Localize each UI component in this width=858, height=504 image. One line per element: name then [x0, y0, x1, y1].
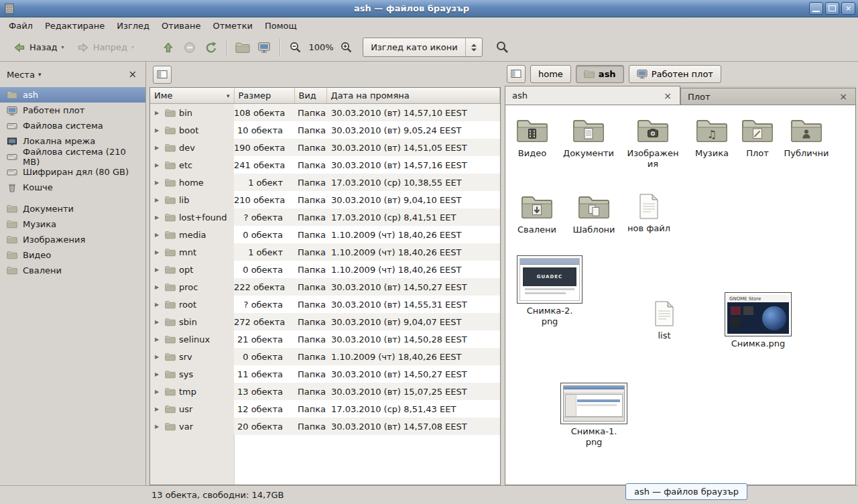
- expander-icon[interactable]: ▶: [155, 354, 162, 360]
- icon-view-item[interactable]: нов файл: [622, 194, 676, 234]
- pathbar-button[interactable]: ash: [576, 65, 624, 83]
- icon-view-item[interactable]: GUADECСнимка-2. png: [517, 255, 583, 326]
- table-row[interactable]: ▶ home1 обектПапка17.03.2010 (ср) 10,38,…: [150, 174, 500, 191]
- expander-icon[interactable]: ▶: [155, 162, 162, 168]
- toolbar-separator: [227, 39, 227, 56]
- icon-view-item[interactable]: Плот: [731, 117, 784, 159]
- table-row[interactable]: ▶ var20 обектаПапка30.03.2010 (вт) 14,57…: [150, 418, 500, 435]
- icon-view-item[interactable]: list: [637, 301, 691, 341]
- places-mode-selector[interactable]: Места ▾: [7, 70, 41, 80]
- menubar-item[interactable]: Отиване: [156, 19, 206, 33]
- expander-icon[interactable]: ▶: [155, 319, 162, 325]
- tab-close-button[interactable]: ×: [838, 91, 849, 102]
- view-mode-select[interactable]: Изглед като икони: [363, 38, 483, 57]
- column-header[interactable]: Име▾: [150, 88, 234, 104]
- icon-view-item[interactable]: Изображен ия: [626, 117, 680, 169]
- pathbar-button[interactable]: home: [530, 65, 571, 83]
- table-row[interactable]: ▶ opt0 обектаПапка1.10.2009 (чт) 18,40,2…: [150, 261, 500, 278]
- icon-view-item[interactable]: Видео: [505, 117, 559, 159]
- sidebar-item[interactable]: Работен плот: [0, 103, 145, 118]
- table-row[interactable]: ▶ root? обектаПапка30.03.2010 (вт) 14,55…: [150, 296, 500, 313]
- icon-view-item[interactable]: Шаблони: [567, 194, 621, 235]
- expander-icon[interactable]: ▶: [155, 336, 162, 342]
- expander-icon[interactable]: ▶: [155, 249, 162, 255]
- table-row[interactable]: ▶ tmp13 обектаПапка30.03.2010 (вт) 15,07…: [150, 383, 500, 400]
- pathbar-root-button[interactable]: [507, 65, 526, 83]
- expander-icon[interactable]: ▶: [155, 197, 162, 203]
- back-history-caret-icon[interactable]: ▾: [62, 44, 64, 50]
- table-row[interactable]: ▶ sbin272 обектаПапка30.03.2010 (вт) 9,0…: [150, 313, 500, 330]
- pathbar-button[interactable]: Работен плот: [629, 65, 721, 83]
- sidebar-item[interactable]: Видео: [0, 247, 145, 263]
- sidebar-item[interactable]: Файлова система: [0, 118, 145, 133]
- expander-icon[interactable]: ▶: [155, 127, 162, 133]
- menubar-item[interactable]: Редактиране: [39, 19, 111, 33]
- table-row[interactable]: ▶ selinux21 обектаПапка30.03.2010 (вт) 1…: [150, 330, 500, 348]
- column-header[interactable]: Дата на промяна: [326, 88, 500, 104]
- menubar-item[interactable]: Помощ: [259, 19, 303, 33]
- sidebar-close-button[interactable]: ×: [126, 68, 139, 80]
- icon-view-item[interactable]: Снимка-1. png: [560, 383, 627, 447]
- close-button[interactable]: ×: [841, 2, 855, 15]
- expander-icon[interactable]: ▶: [155, 110, 162, 116]
- up-button[interactable]: [158, 38, 179, 58]
- expander-icon[interactable]: ▶: [155, 371, 162, 377]
- home-button[interactable]: [232, 38, 253, 58]
- expander-icon[interactable]: ▶: [155, 284, 162, 290]
- tab[interactable]: Плот×: [680, 88, 856, 105]
- table-row[interactable]: ▶ etc241 обектаПапка30.03.2010 (вт) 14,5…: [150, 156, 500, 174]
- expander-icon[interactable]: ▶: [155, 267, 162, 273]
- icon-view-item[interactable]: GNOME StoreСнимка.png: [725, 292, 792, 349]
- table-row[interactable]: ▶ media0 обектаПапка1.10.2009 (чт) 18,40…: [150, 226, 500, 243]
- titlebar[interactable]: ash — файлов браузър ×: [0, 0, 858, 17]
- icon-view-item[interactable]: Документи: [562, 117, 615, 159]
- expander-icon[interactable]: ▶: [155, 145, 162, 151]
- tab-close-button[interactable]: ×: [662, 90, 673, 101]
- tab[interactable]: ash×: [505, 86, 680, 105]
- sidebar-item[interactable]: Музика: [0, 216, 145, 232]
- table-row[interactable]: ▶ srv0 обектаПапка1.10.2009 (чт) 18,40,2…: [150, 348, 500, 365]
- table-row[interactable]: ▶ bin108 обектаПапка30.03.2010 (вт) 14,5…: [150, 104, 500, 122]
- search-button[interactable]: [492, 38, 513, 58]
- menubar-item[interactable]: Файл: [3, 19, 39, 33]
- table-row[interactable]: ▶ lost+found? обектаПапка17.03.2010 (ср)…: [150, 208, 500, 226]
- icon-view-item[interactable]: Публични: [780, 117, 833, 159]
- table-row[interactable]: ▶ proc222 обектаПапка30.03.2010 (вт) 14,…: [150, 278, 500, 296]
- zoom-in-button[interactable]: [336, 38, 357, 58]
- sidebar-item[interactable]: Файлова система (210 MB): [0, 149, 145, 164]
- table-row[interactable]: ▶ usr12 обектаПапка17.03.2010 (ср) 8,51,…: [150, 400, 500, 418]
- forward-button[interactable]: Напред ▾: [70, 39, 141, 56]
- file-browser-window: ash — файлов браузър × ФайлРедактиранеИз…: [0, 0, 858, 504]
- expander-icon[interactable]: ▶: [155, 232, 162, 238]
- table-row[interactable]: ▶ boot10 обектаПапка30.03.2010 (вт) 9,05…: [150, 121, 500, 139]
- sidebar-item[interactable]: Шифриран дял (80 GB): [0, 164, 145, 180]
- expander-icon[interactable]: ▶: [155, 406, 162, 412]
- table-row[interactable]: ▶ sys11 обектаПапка30.03.2010 (вт) 14,50…: [150, 365, 500, 383]
- table-row[interactable]: ▶ dev190 обектаПапка30.03.2010 (вт) 14,5…: [150, 139, 500, 156]
- expander-icon[interactable]: ▶: [155, 424, 162, 430]
- menubar-item[interactable]: Изглед: [111, 19, 156, 33]
- menubar-item[interactable]: Отметки: [206, 19, 258, 33]
- sidebar-item[interactable]: Документи: [0, 201, 145, 216]
- table-row[interactable]: ▶ mnt1 обектПапка1.10.2009 (чт) 18,40,26…: [150, 243, 500, 261]
- sidebar-item[interactable]: Кошче: [0, 180, 145, 195]
- expander-icon[interactable]: ▶: [155, 180, 162, 186]
- expander-icon[interactable]: ▶: [155, 389, 162, 395]
- computer-button[interactable]: [253, 38, 275, 58]
- column-header[interactable]: Размер: [234, 88, 294, 104]
- expander-icon[interactable]: ▶: [155, 302, 162, 308]
- sidebar-item[interactable]: ash: [0, 87, 145, 103]
- zoom-out-button[interactable]: [285, 38, 306, 58]
- sidebar-item[interactable]: Изображения: [0, 232, 145, 247]
- expander-icon[interactable]: ▶: [155, 214, 162, 220]
- icon-view-item[interactable]: Свалени: [510, 194, 564, 235]
- icon-label: Плот: [731, 148, 784, 159]
- reload-button[interactable]: [200, 38, 222, 58]
- minimize-button[interactable]: [809, 2, 823, 15]
- column-header[interactable]: Вид: [294, 88, 326, 104]
- back-button[interactable]: Назад ▾: [7, 39, 70, 56]
- maximize-button[interactable]: [825, 2, 839, 15]
- table-row[interactable]: ▶ lib210 обектаПапка30.03.2010 (вт) 9,04…: [150, 191, 500, 208]
- pane-toggle-button[interactable]: [153, 66, 172, 84]
- sidebar-item[interactable]: Свалени: [0, 263, 145, 278]
